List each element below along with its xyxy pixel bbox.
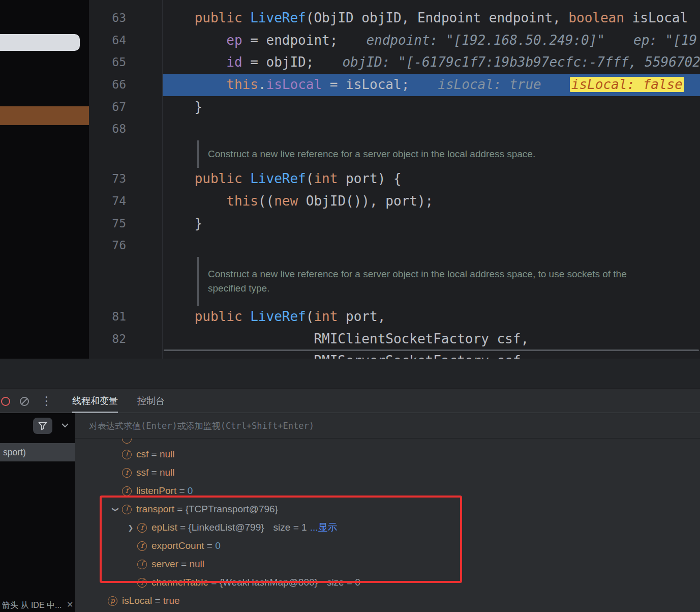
line-number: 68: [89, 118, 163, 140]
line-number: [89, 257, 163, 306]
debug-toolbar: ⋮ 线程和变量 控制台: [0, 388, 700, 413]
line-number: [89, 140, 163, 168]
code-text: public LiveRef(int port) {: [163, 168, 700, 190]
stack-frame-selected[interactable]: sport): [0, 443, 75, 461]
line-number: 75: [89, 213, 163, 235]
code-lines[interactable]: 63 public LiveRef(ObjID objID, Endpoint …: [89, 0, 700, 359]
doc-comment: Construct a new live reference for a ser…: [89, 140, 700, 168]
variable-name: exportCount: [151, 540, 204, 551]
sidebar-light-highlight[interactable]: [0, 34, 80, 51]
equals-sign: =: [204, 540, 216, 551]
filter-icon: [38, 422, 47, 430]
variable-row-epList[interactable]: ❯fepList = {LinkedList@799}size = 1...显示: [75, 518, 700, 537]
code-line: 76: [89, 235, 700, 257]
tab-console[interactable]: 控制台: [137, 389, 165, 413]
debug-hint: objID: "[-6179c1f7:19b3b97ecfc:-7fff, 55…: [342, 54, 700, 70]
gutter-separator: [162, 0, 163, 359]
debug-hint: isLocal: true: [438, 77, 541, 92]
code-line: RMIServerSocketFactory ssf,: [89, 350, 700, 359]
filter-button[interactable]: [33, 418, 52, 434]
code-line: 73 public LiveRef(int port) {: [89, 168, 700, 190]
equals-sign: =: [178, 559, 190, 570]
line-number: 73: [89, 168, 163, 190]
show-more-link[interactable]: ...显示: [310, 521, 338, 534]
variable-value: null: [160, 467, 175, 478]
variable-name: listenPort: [136, 485, 176, 497]
chevron-down-icon[interactable]: [61, 423, 69, 428]
doc-text: Construct a new live reference for a ser…: [197, 140, 700, 168]
variable-row-channelTable[interactable]: fchannelTable = {WeakHashMap@800}size = …: [75, 573, 700, 592]
code-text: this.isLocal = isLocal;isLocal: trueisLo…: [163, 74, 700, 96]
debug-hint-changed: isLocal: false: [570, 77, 684, 92]
field-icon: f: [137, 541, 147, 551]
variable-size-info: size = 0: [327, 577, 360, 588]
left-sidebar: [0, 0, 89, 359]
code-line: 65 id = objID;objID: "[-6179c1f7:19b3b97…: [89, 51, 700, 74]
equals-sign: =: [176, 485, 188, 497]
line-number: 82: [89, 328, 163, 351]
panel-splitter[interactable]: [0, 359, 700, 388]
expand-chevron-icon[interactable]: ❯: [112, 503, 119, 516]
line-number: 67: [89, 96, 163, 119]
variables-tree-rows: fcsf = nullfssf = nullflistenPort = 0❯ft…: [75, 445, 700, 610]
expand-chevron-icon[interactable]: ❯: [124, 524, 137, 532]
field-icon: f: [122, 505, 132, 514]
code-line: 75 }: [89, 213, 700, 235]
variable-row-ssf[interactable]: fssf = null: [75, 463, 700, 482]
doc-comment: Construct a new live reference for a ser…: [89, 257, 700, 306]
evaluate-bar: [0, 413, 700, 439]
code-text: [163, 118, 700, 140]
field-icon: f: [122, 450, 132, 459]
line-number: 74: [89, 190, 163, 213]
code-text: ep = endpoint;endpoint: "[192.168.50.249…: [163, 30, 700, 52]
field-icon: f: [137, 560, 147, 569]
variable-row-exportCount[interactable]: fexportCount = 0: [75, 537, 700, 555]
code-line: 81 public LiveRef(int port,: [89, 306, 700, 328]
variable-row-server[interactable]: fserver = null: [75, 555, 700, 573]
tab-threads-variables[interactable]: 线程和变量: [72, 389, 118, 413]
variable-value: null: [160, 449, 175, 460]
equals-sign: =: [174, 504, 186, 515]
line-number: 63: [89, 7, 163, 30]
variable-name: epList: [151, 522, 177, 533]
variable-value: 0: [215, 540, 221, 551]
variable-value: 0: [188, 485, 193, 497]
code-text: RMIServerSocketFactory ssf,: [163, 350, 700, 359]
close-icon[interactable]: ✕: [67, 600, 73, 609]
variable-row-listenPort[interactable]: flistenPort = 0: [75, 482, 700, 500]
line-number: 64: [89, 30, 163, 52]
debug-tabs: 线程和变量 控制台: [72, 389, 165, 413]
sidebar-selected-item[interactable]: [0, 106, 89, 125]
evaluate-expression-input[interactable]: [75, 413, 700, 438]
editor-horizontal-scrollbar[interactable]: [164, 349, 699, 351]
red-circle-icon[interactable]: [1, 396, 11, 406]
field-icon-clipped: [122, 439, 132, 444]
equals-sign: =: [148, 449, 160, 460]
variable-value: null: [189, 559, 204, 570]
code-text: this((new ObjID()), port);: [163, 190, 700, 213]
code-text: id = objID;objID: "[-6179c1f7:19b3b97ecf…: [163, 51, 700, 74]
debug-hint: endpoint: "[192.168.50.249:0]": [366, 33, 605, 48]
evaluate-field-wrap: [75, 413, 700, 439]
variable-name: ssf: [136, 467, 148, 478]
field-icon: f: [122, 468, 132, 478]
code-line: 74 this((new ObjID()), port);: [89, 190, 700, 213]
equals-sign: =: [148, 467, 160, 478]
variable-name: isLocal: [122, 595, 152, 606]
equals-sign: =: [208, 577, 220, 588]
frames-panel: sport) 箭头 从 IDE 中... ✕: [0, 439, 75, 612]
line-number: 76: [89, 235, 163, 257]
evaluate-bar-left: [0, 413, 75, 439]
variable-row-transport[interactable]: ❯ftransport = {TCPTransport@796}: [75, 500, 700, 518]
line-number: 81: [89, 306, 163, 328]
variable-row-csf[interactable]: fcsf = null: [75, 445, 700, 463]
more-options-icon[interactable]: ⋮: [41, 393, 52, 409]
notification-text: 箭头 从 IDE 中...: [2, 600, 65, 611]
field-icon: f: [122, 486, 132, 496]
variable-row-isLocal[interactable]: pisLocal = true: [75, 592, 700, 610]
variable-name: server: [151, 559, 178, 570]
code-text: public LiveRef(ObjID objID, Endpoint end…: [163, 7, 700, 30]
parameter-icon: p: [108, 596, 117, 606]
variable-name: csf: [136, 449, 148, 460]
mute-breakpoints-icon[interactable]: [19, 396, 29, 406]
